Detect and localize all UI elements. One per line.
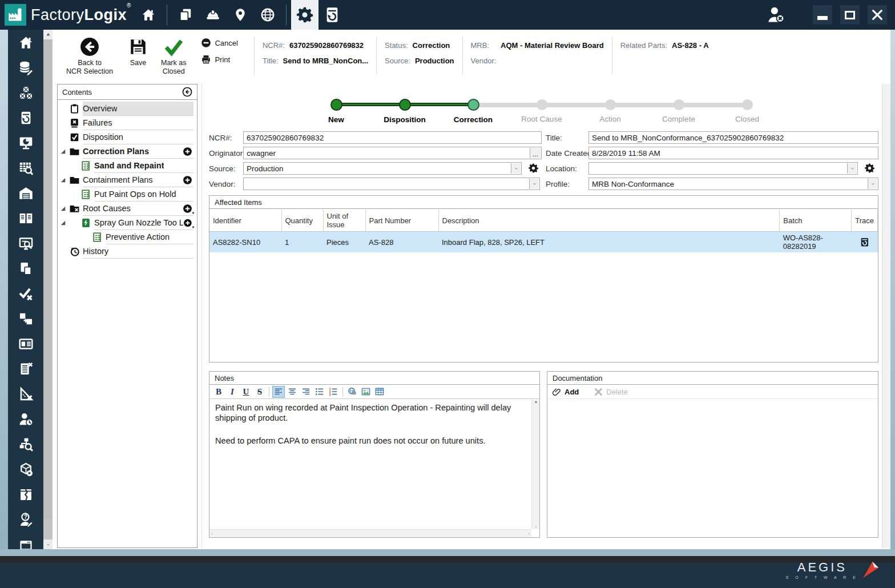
close-button[interactable] — [868, 5, 887, 25]
sidebar-item-measure-remove[interactable] — [8, 381, 43, 406]
column-header-unit-of-issue[interactable]: Unit of Issue — [323, 210, 365, 232]
date-created-input[interactable]: 8/28/2019 11:58 AM — [588, 147, 878, 159]
strikethrough-button[interactable]: S — [253, 386, 266, 398]
scroll-up-icon[interactable] — [43, 30, 53, 39]
align-right-button[interactable] — [300, 386, 312, 398]
scrollbar-thumb[interactable] — [44, 39, 52, 519]
nav-map-pin-icon[interactable] — [232, 6, 249, 23]
insert-link-button[interactable] — [346, 386, 358, 398]
column-header-part-number[interactable]: Part Number — [365, 210, 438, 232]
minimize-button[interactable] — [813, 5, 832, 25]
notes-horizontal-scrollbar[interactable] — [209, 529, 531, 537]
print-button[interactable]: Print — [201, 54, 237, 65]
column-header-quantity[interactable]: Quantity — [281, 210, 323, 232]
profile-select[interactable]: MRB Non-Conformance — [588, 178, 878, 190]
insert-table-button[interactable] — [373, 386, 386, 398]
sidebar-item-warehouse[interactable] — [8, 180, 43, 206]
sidebar-item-documents[interactable] — [8, 256, 43, 281]
sidebar-item-package-run[interactable] — [8, 457, 43, 482]
column-header-trace[interactable]: Trace — [852, 210, 878, 232]
insert-image-button[interactable] — [360, 386, 372, 398]
maximize-button[interactable] — [840, 5, 860, 25]
title-input[interactable]: Send to MRB_NonConformance_6370259028607… — [588, 131, 878, 144]
delete-attachment-button[interactable]: Delete — [594, 387, 628, 397]
location-settings-gear-icon[interactable] — [864, 163, 875, 174]
tree-item-disposition[interactable]: Disposition — [58, 130, 197, 144]
scroll-down-icon[interactable] — [43, 539, 53, 549]
bold-button[interactable]: B — [212, 386, 225, 398]
source-settings-gear-icon[interactable] — [528, 163, 539, 174]
sidebar-item-table-search[interactable] — [8, 155, 43, 180]
sidebar-item-user-question[interactable]: ? — [8, 507, 43, 532]
bullet-list-button[interactable] — [313, 386, 326, 398]
scroll-right-icon[interactable] — [527, 530, 530, 537]
nav-tab-device-restore-icon[interactable] — [319, 0, 346, 30]
affected-items-table[interactable]: IdentifierQuantityUnit of IssuePart Numb… — [209, 210, 878, 252]
dropdown-arrow-icon[interactable] — [511, 163, 521, 174]
sidebar-item-assembly[interactable] — [8, 80, 43, 105]
location-select[interactable] — [588, 162, 858, 175]
tree-item-containment-plans[interactable]: Containment Plans — [58, 173, 197, 187]
expander-icon[interactable] — [61, 178, 66, 183]
dropdown-arrow-icon[interactable] — [868, 179, 877, 189]
underline-button[interactable]: U — [240, 386, 252, 398]
nav-tab-gear-icon[interactable] — [291, 0, 319, 30]
italic-button[interactable]: I — [226, 386, 239, 398]
sidebar-item-id-card[interactable] — [8, 331, 43, 356]
sidebar-item-home[interactable] — [8, 30, 43, 55]
ncr-input[interactable]: 637025902860769832 — [243, 131, 542, 144]
expander-icon[interactable] — [61, 220, 66, 225]
tree-item-sand-and-repaint[interactable]: Sand and Repaint — [58, 159, 197, 173]
tree-item-overview[interactable]: Overview — [58, 102, 197, 116]
column-header-identifier[interactable]: Identifier — [209, 210, 281, 232]
sidebar-item-device-restore[interactable] — [8, 105, 43, 130]
originator-browse-button[interactable]: ... — [530, 148, 541, 158]
dropdown-arrow-icon[interactable] — [847, 163, 857, 174]
sidebar-item-dashboard[interactable] — [8, 130, 43, 155]
sidebar-item-user-time[interactable] — [8, 406, 43, 432]
trace-icon[interactable] — [855, 237, 874, 247]
column-header-batch[interactable]: Batch — [780, 210, 852, 232]
sidebar-item-label-torn[interactable] — [8, 482, 43, 507]
documentation-list[interactable] — [547, 400, 878, 537]
tree-item-put-paint-ops-on-hold[interactable]: Put Paint Ops on Hold — [58, 187, 197, 202]
notes-editor[interactable]: Paint Run on wing recorded at Paint Insp… — [209, 400, 531, 529]
numbered-list-button[interactable]: 123 — [327, 386, 340, 398]
column-header-description[interactable]: Description — [438, 210, 780, 232]
sidebar-item-library[interactable] — [8, 206, 43, 231]
sidebar-scrollbar[interactable] — [43, 30, 53, 549]
vendor-select[interactable] — [243, 178, 540, 190]
sidebar-item-monitor-search[interactable] — [8, 231, 43, 256]
align-left-button[interactable] — [272, 386, 285, 398]
tree-item-spray-gun-nozzle-too-l[interactable]: Spray Gun Nozzle Too L... — [58, 216, 197, 230]
tree-item-preventive-action[interactable]: Preventive Action — [58, 230, 197, 244]
tree-item-correction-plans[interactable]: Correction Plans — [58, 144, 197, 159]
add-button[interactable] — [183, 147, 192, 156]
tree-item-history[interactable]: History — [58, 244, 197, 259]
expander-icon[interactable] — [61, 206, 66, 211]
add-attachment-button[interactable]: Add — [552, 387, 579, 397]
back-to-ncr-selection-button[interactable]: Back toNCR Selection — [66, 37, 113, 84]
main-scrollbar[interactable] — [882, 84, 890, 548]
collapse-panel-icon[interactable] — [182, 87, 192, 97]
expander-icon[interactable] — [61, 149, 66, 154]
scroll-left-icon[interactable] — [211, 530, 213, 537]
sidebar-item-terminal[interactable] — [8, 532, 43, 549]
sidebar-item-list-remove[interactable] — [8, 356, 43, 381]
originator-input[interactable]: cwagner ... — [243, 147, 542, 159]
add-button[interactable] — [183, 175, 192, 185]
sidebar-item-transfer[interactable] — [8, 306, 43, 331]
tree-item-failures[interactable]: Failures — [58, 116, 197, 130]
nav-home-icon[interactable] — [140, 6, 157, 23]
save-button[interactable]: Save — [128, 37, 148, 84]
notes-vertical-scrollbar[interactable] — [531, 400, 539, 529]
sidebar-item-database-edit[interactable] — [8, 55, 43, 80]
logout-user-icon[interactable] — [766, 5, 785, 25]
tree-item-root-causes[interactable]: Root Causes — [58, 202, 197, 216]
scroll-down-icon[interactable] — [532, 525, 539, 528]
mark-as-closed-button[interactable]: Mark asClosed — [161, 37, 186, 84]
source-select[interactable]: Production — [243, 162, 522, 175]
sidebar-item-verify[interactable] — [8, 281, 43, 306]
nav-pages-icon[interactable] — [177, 6, 194, 23]
add-button[interactable] — [183, 204, 192, 214]
